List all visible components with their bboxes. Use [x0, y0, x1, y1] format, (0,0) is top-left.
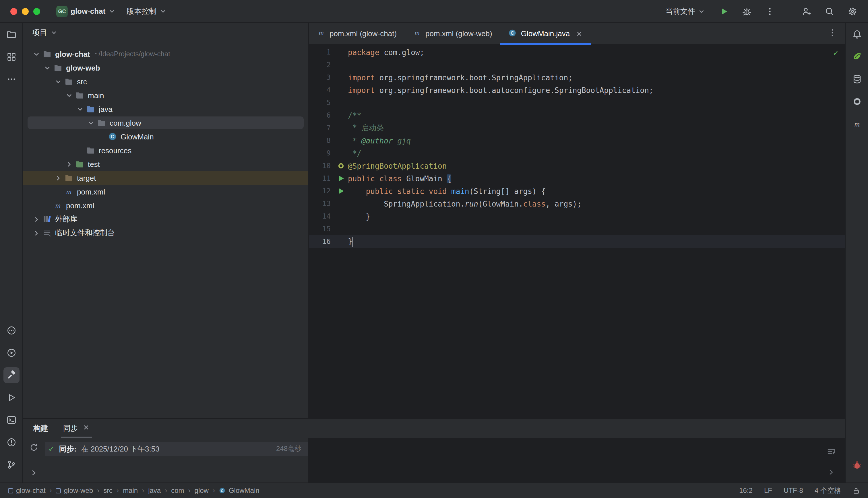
tree-item-external-libraries[interactable]: 外部库	[23, 212, 308, 226]
version-control-tool-button[interactable]	[3, 457, 19, 473]
search-icon[interactable]	[822, 4, 837, 19]
code-line-11[interactable]: 11public class GlowMain {	[309, 172, 845, 185]
code-line-12[interactable]: 12 public static void main(String[] args…	[309, 185, 845, 197]
code-line-8[interactable]: 8 * @author gjq	[309, 134, 845, 147]
soft-wrap-icon[interactable]	[826, 446, 837, 457]
breadcrumb-item[interactable]: C GlowMain	[218, 486, 261, 495]
code-line-16[interactable]: 16}	[309, 235, 845, 248]
close-window-button[interactable]	[10, 8, 17, 15]
chevron-right-icon[interactable]	[31, 229, 41, 237]
code-editor[interactable]: 1package com.glow;23import org.springfra…	[309, 45, 845, 418]
chevron-right-icon[interactable]	[64, 160, 74, 168]
tree-item-glow-chat[interactable]: glow-chat~/IdeaProjects/glow-chat	[23, 47, 308, 61]
build-console[interactable]	[309, 438, 845, 483]
run-gutter-icon[interactable]	[334, 188, 348, 195]
structure-tool-button[interactable]	[3, 49, 19, 65]
minimize-window-button[interactable]	[22, 8, 29, 15]
run-button[interactable]	[716, 4, 731, 19]
code-line-2[interactable]: 2	[309, 58, 845, 71]
terminal-tool-button[interactable]	[3, 412, 19, 428]
tree-item-resources[interactable]: resources	[23, 143, 308, 157]
spring-bean-gutter-icon[interactable]	[334, 162, 348, 169]
chevron-down-icon[interactable]	[31, 50, 41, 58]
tab-options-icon[interactable]	[828, 28, 837, 39]
tree-item-target[interactable]: target	[23, 171, 308, 185]
build-tool-button[interactable]	[3, 367, 19, 383]
breadcrumb-item[interactable]: glow	[193, 486, 210, 495]
chevron-down-icon[interactable]	[42, 64, 52, 71]
maximize-window-button[interactable]	[33, 8, 40, 15]
code-line-5[interactable]: 5	[309, 96, 845, 109]
spring-icon[interactable]	[849, 49, 865, 65]
sync-result-row[interactable]: ✓ 同步: 在 2025/12/20 下午3:53 248毫秒	[45, 442, 308, 456]
tree-item-com-glow[interactable]: com.glow	[23, 116, 308, 130]
scroll-right-chevron-icon[interactable]	[826, 467, 837, 478]
run-configuration-selector[interactable]: 当前文件	[662, 4, 709, 19]
bug-plugin-icon[interactable]	[849, 457, 865, 473]
tree-item-test[interactable]: test	[23, 157, 308, 171]
more-tool-windows-button[interactable]	[3, 323, 19, 339]
breadcrumb-item[interactable]: java	[147, 486, 162, 495]
code-line-13[interactable]: 13 SpringApplication.run(GlowMain.class,…	[309, 197, 845, 210]
tree-item-scratches[interactable]: 临时文件和控制台	[23, 226, 308, 240]
tab-glowmain-java[interactable]: C GlowMain.java	[500, 23, 591, 44]
readonly-lock-icon[interactable]	[853, 487, 860, 494]
notifications-icon[interactable]	[849, 26, 865, 42]
tab-pom-glow-web[interactable]: m pom.xml (glow-web)	[405, 23, 500, 44]
maven-tool-icon[interactable]: m	[849, 116, 865, 132]
tree-item-src[interactable]: src	[23, 75, 308, 88]
more-tools-button[interactable]	[3, 71, 19, 87]
run-tool-button[interactable]	[3, 390, 19, 406]
chevron-down-icon[interactable]	[75, 105, 85, 113]
tab-pom-glow-chat[interactable]: m pom.xml (glow-chat)	[309, 23, 405, 44]
code-line-3[interactable]: 3import org.springframework.boot.SpringA…	[309, 71, 845, 84]
tree-item-pom-glow-web[interactable]: mpom.xml	[23, 185, 308, 198]
database-icon[interactable]	[849, 71, 865, 87]
breadcrumb-item[interactable]: com	[170, 486, 185, 495]
problems-tool-button[interactable]	[3, 434, 19, 450]
chevron-down-icon[interactable]	[64, 92, 74, 99]
vcs-widget[interactable]: 版本控制	[123, 4, 170, 19]
code-line-7[interactable]: 7 * 启动类	[309, 122, 845, 134]
run-gutter-icon[interactable]	[334, 175, 348, 182]
tree-item-GlowMain[interactable]: CGlowMain	[23, 130, 308, 143]
breadcrumb-item[interactable]: main	[122, 486, 139, 495]
code-line-1[interactable]: 1package com.glow;	[309, 46, 845, 58]
project-tool-button[interactable]	[3, 26, 19, 42]
project-panel-header[interactable]: 项目	[23, 23, 308, 42]
indent-style[interactable]: 4 个空格	[815, 486, 841, 495]
tree-item-main[interactable]: main	[23, 88, 308, 102]
settings-button[interactable]	[845, 4, 860, 19]
endpoints-icon[interactable]	[849, 93, 865, 109]
tree-item-pom-glow-chat[interactable]: mpom.xml	[23, 198, 308, 212]
breadcrumb-item[interactable]: glow-web	[55, 486, 94, 495]
caret-position[interactable]: 16:2	[739, 486, 753, 495]
expand-chevron-icon[interactable]	[30, 469, 38, 479]
refresh-icon[interactable]	[29, 443, 38, 454]
close-icon[interactable]	[83, 424, 90, 433]
chevron-down-icon[interactable]	[86, 119, 96, 127]
code-line-6[interactable]: 6/**	[309, 109, 845, 122]
tree-item-glow-web[interactable]: glow-web	[23, 61, 308, 75]
tab-sync[interactable]: 同步	[63, 419, 90, 438]
breadcrumb-item[interactable]: glow-chat	[7, 486, 47, 495]
chevron-right-icon[interactable]	[53, 174, 63, 182]
breadcrumb-item[interactable]: src	[102, 486, 114, 495]
services-tool-button[interactable]	[3, 345, 19, 361]
code-with-me-button[interactable]	[799, 4, 814, 19]
chevron-right-icon[interactable]	[31, 215, 41, 223]
code-line-10[interactable]: 10@SpringBootApplication	[309, 159, 845, 172]
line-separator[interactable]: LF	[764, 486, 772, 495]
code-line-4[interactable]: 4import org.springframework.boot.autocon…	[309, 84, 845, 96]
code-line-14[interactable]: 14 }	[309, 210, 845, 223]
code-line-15[interactable]: 15	[309, 223, 845, 235]
tree-item-java[interactable]: java	[23, 102, 308, 116]
inspection-ok-icon[interactable]: ✓	[833, 48, 838, 57]
file-encoding[interactable]: UTF-8	[783, 486, 803, 495]
chevron-down-icon[interactable]	[53, 78, 63, 85]
code-line-9[interactable]: 9 */	[309, 147, 845, 159]
project-selector[interactable]: GC glow-chat	[53, 3, 118, 19]
debug-button[interactable]	[739, 4, 754, 19]
close-icon[interactable]	[575, 30, 582, 37]
more-actions-button[interactable]	[762, 4, 777, 19]
